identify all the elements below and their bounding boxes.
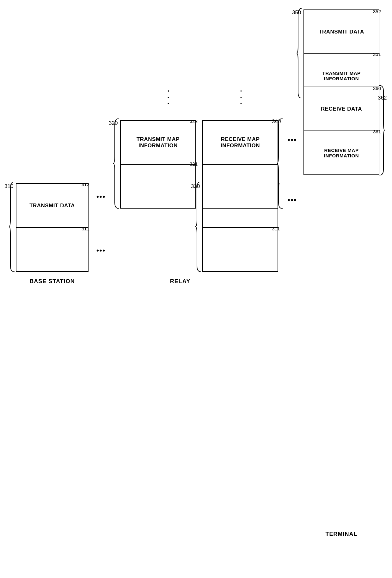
dots-relay-terminal-top: ••• bbox=[288, 136, 297, 144]
ref-352: 352 bbox=[373, 9, 381, 14]
block-350: TRANSMIT DATA TRANSMIT MAP INFORMATION bbox=[303, 9, 379, 98]
block-310-top: TRANSMIT DATA bbox=[16, 184, 88, 228]
ref-311b: 311 bbox=[272, 226, 280, 231]
brace-350 bbox=[297, 8, 303, 98]
block-362: RECEIVE DATA RECEIVE MAP INFORMATION bbox=[303, 87, 379, 175]
brace-330 bbox=[195, 182, 202, 272]
dots-vertical-right: • • • bbox=[240, 88, 242, 106]
ref-311: 311 bbox=[82, 226, 89, 231]
dots-vertical-left: • • • bbox=[168, 88, 169, 106]
ref-322: 322 bbox=[190, 119, 198, 124]
diagram-container: TRANSMIT DATA 312 311 310 BASE STATION •… bbox=[0, 0, 392, 578]
dots-relay-terminal-bottom: ••• bbox=[288, 196, 297, 204]
dots-bs-relay-top: ••• bbox=[96, 193, 106, 201]
brace-310 bbox=[9, 182, 16, 272]
ref-351: 351 bbox=[373, 52, 381, 57]
block-350-top: TRANSMIT DATA bbox=[304, 10, 379, 54]
dots-bs-relay-bottom: ••• bbox=[96, 246, 106, 255]
block-362-bottom: RECEIVE MAP INFORMATION bbox=[304, 131, 379, 174]
brace-362 bbox=[378, 85, 385, 175]
block-310: TRANSMIT DATA bbox=[16, 183, 89, 272]
block-320-top: TRANSMIT MAP INFORMATION bbox=[121, 121, 195, 165]
block-340-bottom bbox=[203, 165, 278, 208]
label-terminal: TERMINAL bbox=[303, 531, 379, 538]
label-base-station: BASE STATION bbox=[16, 278, 89, 285]
ref-321: 321 bbox=[190, 161, 198, 167]
block-320: TRANSMIT MAP INFORMATION bbox=[120, 120, 196, 209]
block-362-top: RECEIVE DATA bbox=[304, 87, 379, 131]
brace-320 bbox=[113, 119, 120, 209]
block-310-bottom bbox=[16, 228, 88, 271]
brace-340 bbox=[277, 119, 284, 209]
block-340: RECEIVE MAP INFORMATION bbox=[202, 120, 278, 209]
block-320-bottom bbox=[121, 165, 195, 208]
ref-312: 312 bbox=[82, 182, 89, 187]
block-330-bottom bbox=[203, 228, 278, 271]
block-340-top: RECEIVE MAP INFORMATION bbox=[203, 121, 278, 165]
label-relay: RELAY bbox=[142, 278, 218, 285]
